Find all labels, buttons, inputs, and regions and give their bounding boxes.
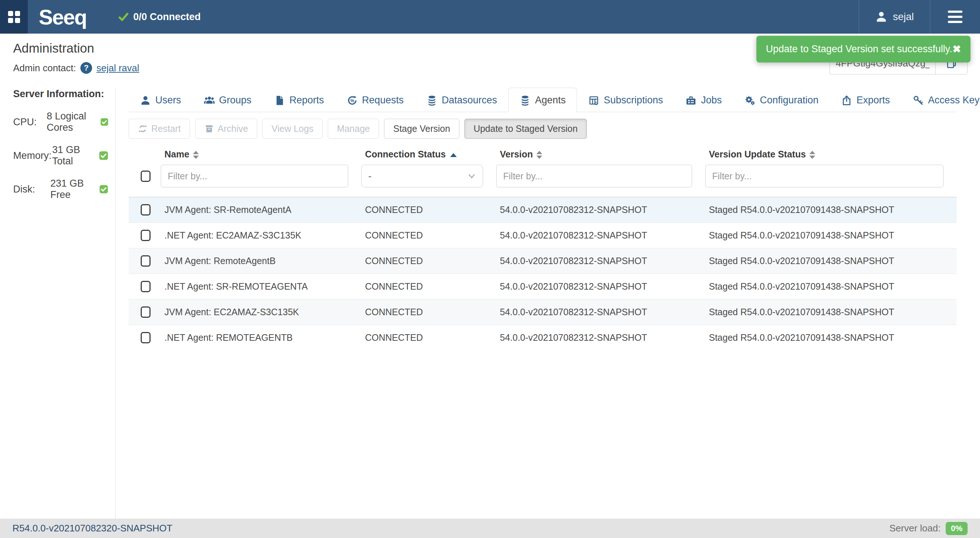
row-checkbox[interactable] xyxy=(141,306,151,318)
group-icon xyxy=(204,95,215,106)
column-header-name[interactable]: Name xyxy=(161,149,361,165)
sort-icon[interactable] xyxy=(809,151,815,159)
report-file-icon xyxy=(274,95,285,106)
check-square-icon xyxy=(99,184,108,195)
svg-text:%: % xyxy=(350,98,354,103)
column-header-connection-status[interactable]: Connection Status xyxy=(361,149,496,165)
sort-icon[interactable] xyxy=(536,151,542,159)
archive-box-icon xyxy=(204,124,214,134)
tab-datasources[interactable]: Datasources xyxy=(415,88,509,112)
agents-table: Name Connection Status Version Version U… xyxy=(129,149,957,350)
select-all-checkbox[interactable] xyxy=(141,171,151,182)
manage-button: Manage xyxy=(328,119,379,139)
agents-toolbar: Restart Archive View Logs Manage Stage V… xyxy=(129,119,957,139)
gears-icon xyxy=(744,95,755,106)
agents-database-icon xyxy=(520,95,531,106)
success-toast: Update to Staged Version set successfull… xyxy=(756,36,970,62)
close-icon[interactable]: ✖ xyxy=(953,43,961,55)
connection-status-filter-select[interactable]: - xyxy=(361,165,483,187)
column-header-version[interactable]: Version xyxy=(496,149,705,165)
requests-gauge-icon: % xyxy=(347,95,358,106)
subscriptions-icon xyxy=(588,95,599,106)
view-logs-button: View Logs xyxy=(262,119,323,139)
user-icon xyxy=(875,11,888,23)
server-info-title: Server Information: xyxy=(13,88,108,100)
version-filter-input[interactable] xyxy=(496,165,692,187)
column-header-version-update-status[interactable]: Version Update Status xyxy=(705,149,957,165)
check-square-icon xyxy=(100,116,108,127)
tab-subscriptions[interactable]: Subscriptions xyxy=(577,88,674,112)
tab-jobs[interactable]: Jobs xyxy=(674,88,733,112)
table-row[interactable]: .NET Agent: SR-REMOTEAGENTA CONNECTED 54… xyxy=(129,274,957,300)
connected-check-icon xyxy=(118,11,129,22)
help-question-icon[interactable]: ? xyxy=(80,62,92,74)
sort-icon[interactable] xyxy=(193,151,199,159)
admin-contact-label: Admin contact: xyxy=(13,62,76,74)
refresh-icon xyxy=(138,124,148,134)
server-load-badge: 0% xyxy=(946,522,967,535)
hamburger-icon xyxy=(948,11,963,13)
table-row[interactable]: .NET Agent: EC2AMAZ-S3C135K CONNECTED 54… xyxy=(129,223,957,248)
table-row[interactable]: .NET Agent: REMOTEAGENTB CONNECTED 54.0.… xyxy=(129,325,957,351)
key-icon xyxy=(913,95,924,106)
row-checkbox[interactable] xyxy=(141,332,151,343)
name-filter-input[interactable] xyxy=(161,165,348,187)
server-version-label: R54.0.0-v202107082320-SNAPSHOT xyxy=(13,523,172,534)
server-info-memory: Memory: 31 GB Total xyxy=(13,144,108,167)
user-icon xyxy=(140,95,151,106)
apps-grid-icon xyxy=(8,11,20,23)
seeq-logo: Seeq xyxy=(39,5,87,29)
connection-status: 0/0 Connected xyxy=(118,0,201,33)
tab-groups[interactable]: Groups xyxy=(192,88,263,112)
server-info-disk: Disk: 231 GB Free xyxy=(13,178,108,200)
briefcase-icon xyxy=(686,95,697,106)
admin-contact-link[interactable]: sejal raval xyxy=(97,62,139,74)
sort-asc-icon[interactable] xyxy=(450,153,457,157)
filter-row: - xyxy=(129,165,957,197)
server-info-panel: Server Information: CPU: 8 Logical Cores… xyxy=(0,88,116,519)
user-menu[interactable]: sejal xyxy=(859,0,930,33)
database-icon xyxy=(426,95,438,106)
tab-configuration[interactable]: Configuration xyxy=(733,88,830,112)
row-checkbox[interactable] xyxy=(141,281,151,292)
toast-message: Update to Staged Version set successfull… xyxy=(766,43,952,55)
top-navbar: Seeq 0/0 Connected sejal xyxy=(0,0,980,33)
update-to-staged-version-button[interactable]: Update to Staged Version xyxy=(465,119,587,139)
tab-requests[interactable]: % Requests xyxy=(336,88,415,112)
table-row[interactable]: JVM Agent: SR-RemoteAgentA CONNECTED 54.… xyxy=(129,197,957,223)
row-checkbox[interactable] xyxy=(141,255,151,267)
restart-button: Restart xyxy=(129,119,190,139)
version-update-status-filter-input[interactable] xyxy=(705,165,943,187)
table-header-row: Name Connection Status Version Version U… xyxy=(129,149,957,165)
stage-version-button[interactable]: Stage Version xyxy=(384,119,459,139)
chevron-down-icon xyxy=(467,171,476,181)
server-info-cpu: CPU: 8 Logical Cores xyxy=(13,111,108,133)
server-load-label: Server load: xyxy=(889,523,940,534)
tab-users[interactable]: Users xyxy=(129,88,192,112)
export-icon xyxy=(841,95,852,106)
tab-access-keys[interactable]: Access Keys xyxy=(901,88,980,112)
hamburger-menu-button[interactable] xyxy=(930,0,980,33)
row-checkbox[interactable] xyxy=(141,230,151,241)
connection-status-label: 0/0 Connected xyxy=(134,11,201,23)
row-checkbox[interactable] xyxy=(141,204,151,216)
tab-exports[interactable]: Exports xyxy=(830,88,901,112)
tab-reports[interactable]: Reports xyxy=(263,88,336,112)
archive-button: Archive xyxy=(195,119,257,139)
check-square-icon xyxy=(99,150,108,161)
apps-menu-button[interactable] xyxy=(0,0,28,33)
status-footer: R54.0.0-v202107082320-SNAPSHOT Server lo… xyxy=(0,519,980,538)
admin-tabs: Users Groups Reports % Requests Datasour… xyxy=(129,88,957,112)
tab-agents[interactable]: Agents xyxy=(508,88,577,112)
table-row[interactable]: JVM Agent: EC2AMAZ-S3C135K CONNECTED 54.… xyxy=(129,300,957,325)
username-label: sejal xyxy=(892,11,914,23)
table-row[interactable]: JVM Agent: RemoteAgentB CONNECTED 54.0.0… xyxy=(129,248,957,274)
